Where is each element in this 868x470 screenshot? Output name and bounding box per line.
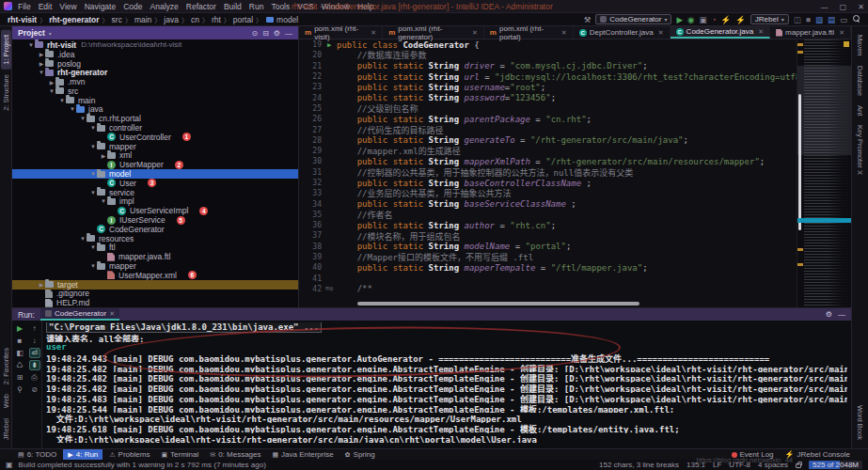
tool-window-button-web[interactable]: Web <box>1 389 11 413</box>
lock-icon[interactable] <box>796 463 801 468</box>
tree-node-impl[interactable]: ▼impl <box>12 197 298 207</box>
tool-window-button-maven[interactable]: Maven <box>855 30 865 61</box>
coverage-icon[interactable]: ▣ <box>699 15 706 24</box>
run-tab[interactable]: CodeGenerator ✕ <box>40 308 119 321</box>
tree-node-usermapper-xml[interactable]: UserMapper.xml6 <box>12 271 298 280</box>
tree-node-help-md[interactable]: HELP.md <box>12 298 298 307</box>
breadcrumb-item-model[interactable]: model <box>276 15 298 24</box>
locate-file-icon[interactable]: ⊙ <box>251 29 258 38</box>
tool-window-button-2-favorites[interactable]: 2: Favorites <box>1 343 11 389</box>
menu-code[interactable]: Code <box>119 2 146 11</box>
editor-tab-mapper-java-ftl[interactable]: mapper.java.ftl✕ <box>770 26 851 39</box>
hide-panel-icon[interactable]: — <box>838 310 845 319</box>
breadcrumb-item-portal[interactable]: portal <box>233 15 253 24</box>
menu-file[interactable]: File <box>14 2 35 11</box>
close-tab-icon[interactable]: ✕ <box>839 29 844 37</box>
menu-refactor[interactable]: Refactor <box>182 2 220 11</box>
tree-node-rht-visit[interactable]: ▼rht-visitD:\rht\workspace\ideal\rht-vis… <box>12 40 298 50</box>
tool-window-button-jrebel[interactable]: JRebel <box>1 414 11 445</box>
breadcrumb-item-src[interactable]: src <box>112 15 122 24</box>
tool-window-button-6-todo[interactable]: ▤6: TODO <box>13 449 61 461</box>
collapse-all-icon[interactable]: ⊟ <box>262 29 269 38</box>
tree-node-src[interactable]: ▼src <box>12 86 298 96</box>
tool-window-button-database[interactable]: Database <box>855 61 865 101</box>
rerun-icon[interactable]: ▶ <box>14 323 25 334</box>
soft-wrap-icon[interactable]: ⏎ <box>29 348 40 358</box>
tree-node-codegenerator[interactable]: CCodeGenerator <box>12 225 298 234</box>
maximize-button[interactable]: ▢ <box>840 3 847 11</box>
tree-node-cn-rht-portal[interactable]: ▼cn.rht.portal <box>12 114 298 123</box>
editor-tab-pom-xml-rht-generator-[interactable]: mpom.xml (rht-generator)✕ <box>383 26 484 39</box>
tree-node-userserviceimpl[interactable]: CUserServiceImpl4 <box>12 206 298 215</box>
breadcrumb-item-rht-visit[interactable]: rht-visit <box>8 15 37 24</box>
tree-node-service[interactable]: ▼service <box>12 188 298 197</box>
print-icon[interactable]: ⎙ <box>29 372 40 383</box>
run-console-output[interactable]: "C:\Program Files\Java\jdk1.8.0_231\bin\… <box>46 322 847 446</box>
tool-window-button-event-log[interactable]: Event Log <box>727 449 779 461</box>
close-button[interactable]: ✕ <box>858 3 864 11</box>
open-project-icon[interactable]: ▨ <box>815 15 823 24</box>
project-panel-title[interactable]: Project <box>18 28 45 38</box>
prev-occurrence-icon[interactable]: ↑ <box>29 323 40 334</box>
menu-navigate[interactable]: Navigate <box>81 2 120 11</box>
tool-window-button-spring[interactable]: ✿Spring <box>340 449 380 461</box>
editor-tab-pom-xml-rht-portal-[interactable]: mpom.xml (rht-portal)✕ <box>484 26 574 39</box>
attach-icon[interactable]: ◫ <box>794 15 801 24</box>
tree-node-poslog[interactable]: ▶poslog <box>12 59 298 69</box>
minimap-scrollbar-thumb[interactable] <box>798 94 801 230</box>
close-tab-icon[interactable]: ✕ <box>371 29 376 37</box>
tree-node-target[interactable]: ▶target <box>12 280 298 290</box>
tool-window-button-key-promoter-x[interactable]: Key Promoter X <box>855 120 865 180</box>
stop-icon[interactable]: ■ <box>806 15 811 24</box>
jrebel-run-icon[interactable]: ⚡ <box>721 15 732 24</box>
gc-icon[interactable]: ♺ <box>14 360 25 370</box>
memory-indicator[interactable]: 525 of 2048M <box>809 461 862 469</box>
restore-layout-icon[interactable]: ⊞ <box>14 372 25 383</box>
editor-tab-deptcontroller-java[interactable]: CDeptController.java✕ <box>574 26 671 39</box>
restore-layout-icon[interactable]: ▭ <box>840 15 847 24</box>
tool-window-button-2-structure[interactable]: 2: Structure <box>1 70 11 116</box>
run-icon[interactable]: ▶ <box>676 15 683 24</box>
close-tab-icon[interactable]: ✕ <box>472 29 478 37</box>
build-hammer-icon[interactable]: ⚒ <box>584 15 592 24</box>
run-configuration-combo[interactable]: CodeGenerator▾ <box>595 14 671 24</box>
tool-window-button-word-book[interactable]: Word Book <box>855 400 865 445</box>
tree-node--gitignore[interactable]: .gitignore <box>12 290 298 299</box>
dump-icon[interactable]: ◧ <box>14 348 25 358</box>
next-occurrence-icon[interactable]: ↓ <box>29 336 40 346</box>
tree-node-mapper[interactable]: ▼mapper <box>12 261 298 271</box>
breadcrumb-item-java[interactable]: java <box>164 15 179 24</box>
tool-window-button-ant[interactable]: Ant <box>855 101 865 120</box>
run-class-gutter-icon[interactable]: ▶ <box>327 41 331 49</box>
tool-window-button-1-project[interactable]: 1: Project <box>1 30 11 70</box>
tool-window-button-java-enterprise[interactable]: ▦Java Enterprise <box>267 449 338 461</box>
stop-icon[interactable]: ■ <box>14 336 25 346</box>
minimize-button[interactable]: — <box>821 3 829 11</box>
tree-node-usermapper[interactable]: IUserMapper2 <box>12 160 298 169</box>
tree-node-mapper-java-ftl[interactable]: mapper.java.ftl <box>12 252 298 261</box>
menu-run[interactable]: Run <box>245 2 268 11</box>
tree-node-user[interactable]: CUser3 <box>12 179 298 188</box>
project-structure-icon[interactable]: ▤ <box>828 15 835 24</box>
status-segment[interactable]: 135:1 <box>687 461 705 469</box>
tree-node-controller[interactable]: ▼controller <box>12 123 298 133</box>
tree-node--idea[interactable]: ▶.idea <box>12 50 298 59</box>
close-tab-icon[interactable]: ✕ <box>561 29 567 37</box>
menu-analyze[interactable]: Analyze <box>147 2 182 11</box>
breadcrumb-item-main[interactable]: main <box>134 15 151 24</box>
editor-tab-codegenerator-java[interactable]: CCodeGenerator.java✕ <box>671 26 770 39</box>
debug-icon[interactable]: ◉ <box>687 15 694 24</box>
settings-gear-icon[interactable]: ⚙ <box>826 310 832 319</box>
status-segment[interactable]: 4 spaces <box>758 461 788 469</box>
tree-node-xml[interactable]: ▶xml <box>12 151 298 161</box>
breadcrumb-item-cn[interactable]: cn <box>191 15 199 24</box>
tree-node-ftl[interactable]: ▼ftl <box>12 243 298 253</box>
editor-tab-pom-xml-rht-visit-[interactable]: mpom.xml (rht-visit)✕ <box>299 26 383 39</box>
tree-node-java[interactable]: ▼java <box>12 105 298 115</box>
tree-node-iuserservice[interactable]: IIUserService5 <box>12 215 298 225</box>
jrebel-debug-icon[interactable]: ⚡ <box>735 15 746 24</box>
tool-window-button-jrebel-console[interactable]: ⚡JRebel Console <box>781 449 855 461</box>
status-segment[interactable]: 152 chars, 3 line breaks <box>599 461 679 469</box>
search-everywhere-icon[interactable] <box>852 15 860 24</box>
jrebel-combo[interactable]: JRebel▾ <box>750 14 789 24</box>
